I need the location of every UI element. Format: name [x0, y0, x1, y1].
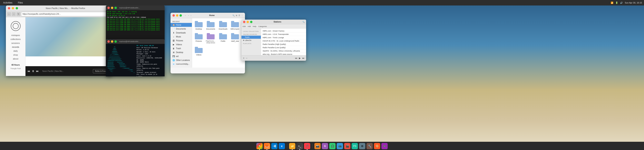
fm-list-icon[interactable]: ☰ [238, 14, 240, 16]
fm-nav-back[interactable]: ← [184, 14, 186, 16]
fm-view-icon[interactable]: ⊞ [236, 14, 237, 16]
browser-close-btn[interactable] [8, 7, 10, 10]
fm-search-icon[interactable]: 🔍 [232, 14, 234, 16]
player-play-pause-btn[interactable]: ⏸ [32, 70, 34, 73]
taskbar-file-manager[interactable]: 📁 [289, 143, 295, 149]
fm-item-videos[interactable]: Videos [194, 46, 204, 56]
rp-station-hbr1-idm[interactable]: HBR1.com - I.D.M. Tranceponder [261, 33, 306, 36]
fm-sidebar-music[interactable]: ♪ Music [170, 35, 192, 38]
rp-search-icon[interactable]: 🔍 [302, 21, 304, 23]
browser-min-btn[interactable] [12, 7, 14, 10]
taskbar-apps-2[interactable]: 📺 [337, 143, 343, 149]
rp-help-btn[interactable]: Help [253, 26, 256, 28]
site-nav-shop[interactable]: shop [13, 54, 18, 56]
rp-remove-station-btn[interactable]: − [246, 57, 247, 60]
taskbar-gimp[interactable]: G [322, 143, 328, 149]
terminal-2-close[interactable] [108, 40, 110, 43]
fm-sidebar-documents[interactable]: 📄 Documents [170, 27, 192, 31]
site-nav-about[interactable]: about [13, 58, 18, 60]
terminal-1-max[interactable] [114, 7, 117, 9]
fm-sidebar-trash[interactable]: 🗑 Trash [170, 46, 192, 50]
taskbar-apps-3[interactable]: 🎬 [344, 143, 350, 149]
fm-menu-icon[interactable]: ⋮ [241, 14, 243, 16]
fm-min-btn[interactable] [176, 14, 178, 17]
rp-sidebar-librefm[interactable]: Libre.fm [242, 39, 261, 42]
browser-forward-btn[interactable]: → [12, 12, 16, 16]
terminal-2-content[interactable]: .o+ `ooo/ `+oooo: `+oooooo: -+oooooo+: `… [106, 44, 165, 76]
rp-prev-btn[interactable]: ⏮ [295, 57, 297, 60]
site-nav-daily[interactable]: daily [13, 50, 18, 52]
fm-sidebar-other-locations[interactable]: 🌐 Other Locations [170, 58, 192, 62]
taskbar-edge[interactable]: e [279, 143, 285, 149]
rp-min-btn[interactable] [246, 21, 249, 23]
taskbar-firefox[interactable]: 🦊 [264, 143, 270, 149]
terminal-2-max[interactable] [114, 40, 117, 43]
terminal-2-min[interactable] [111, 40, 113, 43]
fm-item-documents[interactable]: Documents [205, 20, 216, 31]
browser-reload-btn[interactable]: ↻ [16, 12, 20, 16]
taskbar-apps-1[interactable]: 🎧 [329, 143, 336, 149]
terminal-line: 28.2% Load average: 1.16 1.10 1.68 [107, 13, 164, 15]
fm-sidebar-desktop[interactable]: 🖥 Desktop [170, 50, 192, 54]
fm-sidebar-account[interactable]: 📧 marinos339@g... [170, 62, 192, 66]
player-prev-btn[interactable]: ⏮ [28, 70, 30, 73]
site-nav-sessions[interactable]: sessions [11, 42, 20, 44]
fm-sidebar-wd[interactable]: 💾 wd [170, 54, 192, 58]
files-button[interactable]: Files [17, 1, 24, 4]
taskbar-apps-6[interactable]: 🔧 [366, 143, 373, 149]
fm-max-btn[interactable] [180, 14, 182, 17]
fm-close-btn[interactable] [172, 14, 175, 17]
fm-nav-up[interactable]: ↑ [190, 14, 192, 16]
taskbar-terminal[interactable]: >_ [296, 143, 303, 149]
fm-item-megasync[interactable]: MEGAsync [230, 20, 240, 31]
fm-sidebar-home-label: Home [176, 24, 181, 26]
taskbar-apps-4[interactable]: PS [352, 143, 358, 149]
terminal-1-close[interactable] [108, 7, 110, 9]
fm-item-ntwfi[interactable]: ntwfi_new [230, 32, 240, 44]
rp-station-kwur[interactable]: KWUR 90.3 FM - St. Louis Underground Rad… [261, 39, 306, 43]
fm-item-pictures[interactable]: Pictures [194, 32, 204, 44]
taskbar-apps-5[interactable]: ⚙ [359, 143, 365, 149]
browser-address-bar[interactable]: https://noonpacific.com/#/weekly/noon-24… [21, 12, 110, 16]
taskbar-vscode[interactable] [271, 143, 278, 149]
browser-max-btn[interactable] [16, 7, 18, 10]
rp-station-hbr1-dream[interactable]: HBR1.com - Dream Factory [261, 29, 306, 33]
rp-station-radparadise-hq[interactable]: Radio Paradise (High Quality) [261, 43, 306, 46]
rp-sidebar-radio[interactable]: Radio [242, 36, 261, 39]
rp-add-btn[interactable]: Add [248, 26, 251, 28]
fm-item-desktop[interactable]: Desktop [194, 20, 204, 31]
taskbar: 🦊 e 📁 >_ 🎵 📷 G 🎧 [0, 142, 644, 150]
rp-play-btn[interactable]: ▶ [299, 57, 301, 60]
fm-item-public[interactable]: Public [218, 32, 228, 44]
fm-item-playonlinux[interactable]: PlayOnLinux's virtual drives [205, 32, 216, 44]
rp-categories-btn[interactable]: Categories [258, 26, 267, 28]
rp-station-radparadise-lq[interactable]: Radio Paradise (Low Quality) [261, 46, 306, 49]
taskbar-photos[interactable]: 📷 [314, 143, 321, 149]
site-nav-mixtapes[interactable]: mixtapes [11, 34, 20, 36]
rp-next-btn[interactable]: ⏭ [302, 57, 304, 60]
rp-edit-btn[interactable]: Edit [243, 26, 246, 28]
fm-item-downloads[interactable]: Downloads [218, 20, 228, 31]
site-nav-records[interactable]: records [12, 46, 19, 48]
rp-close-btn[interactable] [243, 21, 245, 23]
terminal-1-min[interactable] [111, 7, 113, 9]
fm-nav-forward[interactable]: → [188, 14, 189, 16]
taskbar-apps-7[interactable]: 🎨 [374, 143, 380, 149]
rp-station-hbr1-tronic[interactable]: HBR1.com - Tronic Lounge [261, 36, 306, 39]
browser-back-btn[interactable]: ← [7, 12, 11, 16]
rp-max-btn[interactable] [250, 21, 252, 23]
rp-add-station-btn[interactable]: + [243, 57, 244, 60]
fm-sidebar-home[interactable]: 🏠 Home [170, 23, 192, 27]
fm-sidebar-pictures[interactable]: 🖼 Pictures [170, 38, 192, 42]
fm-sidebar-downloads[interactable]: ⬇ Downloads [170, 31, 192, 35]
rp-station-startfm[interactable]: StartFM - 94.2MHz, Vilnius University, L… [261, 49, 306, 53]
other-locations-icon: 🌐 [172, 59, 175, 61]
terminal-1-content[interactable]: 25.5% Tasks: 156, 192 thr; 1 running 28.… [106, 10, 165, 32]
taskbar-apps-8[interactable]: 🎮 [382, 143, 388, 149]
taskbar-chrome[interactable] [256, 143, 262, 149]
taskbar-music[interactable]: 🎵 [304, 143, 310, 149]
player-next-btn[interactable]: ⏭ [36, 70, 39, 73]
fm-sidebar-videos[interactable]: ▶ Videos [170, 42, 192, 46]
site-nav-collections[interactable]: collections [10, 38, 20, 40]
activities-button[interactable]: Activities [2, 1, 14, 4]
